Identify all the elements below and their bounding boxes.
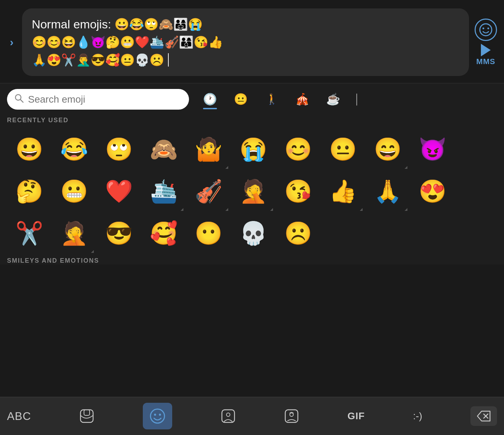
svg-line-4 bbox=[20, 99, 23, 102]
keyboard-sticker-button[interactable] bbox=[79, 408, 94, 424]
emoji-devil[interactable]: 😈 bbox=[410, 128, 455, 170]
emoji-grinning[interactable]: 😀 bbox=[7, 128, 52, 170]
keyboard-bar: ABC GIF :-) bbox=[0, 397, 504, 435]
search-bar bbox=[7, 89, 189, 110]
emoji-facepalm[interactable]: 🤦 bbox=[231, 170, 276, 212]
emoji-facepalm2[interactable]: 🤦 bbox=[52, 212, 97, 254]
message-area: › Normal emojis: 😀😂🙄🙈👨‍👩‍👧😭😊😊😆💧😈🤔😬❤️🛳️🎻👨… bbox=[0, 0, 504, 83]
message-bubble[interactable]: Normal emojis: 😀😂🙄🙈👨‍👩‍👧😭😊😊😆💧😈🤔😬❤️🛳️🎻👨‍👩… bbox=[22, 8, 469, 76]
keyboard-abc-button[interactable]: ABC bbox=[7, 410, 31, 423]
keyboard-emoji-button[interactable] bbox=[143, 403, 172, 429]
emoji-sad[interactable]: ☹️ bbox=[276, 212, 321, 254]
svg-point-0 bbox=[480, 24, 492, 36]
tab-underline-objects bbox=[326, 108, 340, 109]
emoji-thumbsup[interactable]: 👍 bbox=[321, 170, 365, 212]
smileys-icon: 😐 bbox=[234, 92, 248, 106]
people-icon: 🚶 bbox=[265, 93, 278, 105]
tab-people[interactable]: 🚶 bbox=[256, 90, 287, 109]
memoji-icon bbox=[284, 408, 299, 424]
search-icon bbox=[14, 93, 24, 105]
message-text: Normal emojis: 😀😂🙄🙈👨‍👩‍👧😭😊😊😆💧😈🤔😬❤️🛳️🎻👨‍👩… bbox=[32, 18, 223, 67]
tab-objects[interactable]: ☕ bbox=[318, 90, 349, 109]
message-actions: MMS bbox=[475, 19, 497, 66]
emoji-expressionless[interactable]: 😶 bbox=[186, 212, 231, 254]
emoji-crying[interactable]: 😭 bbox=[231, 128, 276, 170]
category-tabs: 🕐 😐 🚶 🎪 ☕ │ bbox=[195, 90, 497, 109]
keyboard-backspace-button[interactable] bbox=[470, 406, 497, 426]
emoji-heart-eyes[interactable]: 😍 bbox=[410, 170, 455, 212]
emoji-eyeroll[interactable]: 🙄 bbox=[97, 128, 141, 170]
emoji-body: RECENTLY USED 😀 😂 🙄 🙈 🤷 😭 😊 😐 😄 😈 🤔 😬 ❤️… bbox=[0, 110, 504, 264]
recent-icon: 🕐 bbox=[203, 92, 217, 106]
mms-button[interactable]: MMS bbox=[476, 44, 495, 66]
sticker-icon bbox=[79, 408, 94, 424]
tab-activities[interactable]: 🎪 bbox=[287, 90, 318, 109]
mms-triangle-icon bbox=[481, 44, 491, 56]
svg-point-13 bbox=[290, 413, 293, 416]
svg-rect-5 bbox=[80, 410, 93, 422]
tab-underline-recent bbox=[203, 108, 217, 109]
emoji-violin[interactable]: 🎻 bbox=[186, 170, 231, 212]
activities-icon: 🎪 bbox=[295, 92, 309, 106]
emoji-thinking[interactable]: 🤔 bbox=[7, 170, 52, 212]
emoji-smiling-hearts[interactable]: 🥰 bbox=[141, 212, 186, 254]
gif-label: GIF bbox=[348, 410, 365, 422]
tab-underline-people bbox=[265, 107, 279, 109]
emoji-face-button[interactable] bbox=[475, 19, 497, 41]
tab-smileys[interactable]: 😐 bbox=[225, 90, 256, 109]
recent-emoji-grid: 😀 😂 🙄 🙈 🤷 😭 😊 😐 😄 😈 🤔 😬 ❤️ 🛳️ 🎻 🤦 😘 👍 🙏 … bbox=[7, 128, 497, 254]
emoji-smile[interactable]: 😊 bbox=[276, 128, 321, 170]
svg-point-7 bbox=[150, 409, 164, 423]
emoji-shrug[interactable]: 🤷 bbox=[186, 128, 231, 170]
search-area: 🕐 😐 🚶 🎪 ☕ │ bbox=[0, 83, 504, 110]
objects-icon: ☕ bbox=[326, 92, 340, 106]
keyboard-memoji-button[interactable] bbox=[284, 408, 299, 424]
recently-used-label: RECENTLY USED bbox=[7, 117, 497, 124]
emoji-grimace[interactable]: 😬 bbox=[52, 170, 97, 212]
keyboard-emoticon-button[interactable]: :-) bbox=[413, 410, 422, 422]
keyboard-bitmoji-button[interactable] bbox=[220, 408, 236, 424]
back-button[interactable]: › bbox=[7, 33, 16, 51]
emoji-ship[interactable]: 🛳️ bbox=[141, 170, 186, 212]
emoji-grin-sweat[interactable]: 😄 bbox=[365, 128, 410, 170]
emoji-heart[interactable]: ❤️ bbox=[97, 170, 141, 212]
tab-underline-smileys bbox=[234, 108, 248, 109]
bitmoji-icon bbox=[220, 408, 236, 424]
svg-point-1 bbox=[483, 27, 484, 29]
backspace-icon bbox=[476, 410, 491, 422]
emoji-joy[interactable]: 😂 bbox=[52, 128, 97, 170]
svg-point-8 bbox=[154, 414, 156, 416]
svg-point-9 bbox=[159, 414, 161, 416]
svg-rect-6 bbox=[84, 410, 90, 415]
svg-point-11 bbox=[226, 413, 230, 416]
emoji-see-no-evil[interactable]: 🙈 bbox=[141, 128, 186, 170]
emoji-pray[interactable]: 🙏 bbox=[365, 170, 410, 212]
more-categories-button[interactable]: │ bbox=[349, 91, 366, 108]
emoji-sunglasses[interactable]: 😎 bbox=[97, 212, 141, 254]
search-input[interactable] bbox=[28, 94, 182, 105]
tab-underline-activities bbox=[295, 108, 309, 109]
tab-recent[interactable]: 🕐 bbox=[195, 90, 225, 109]
emoji-scissors[interactable]: ✂️ bbox=[7, 212, 52, 254]
svg-point-2 bbox=[488, 27, 489, 29]
smileys-emotions-label: SMILEYS AND EMOTIONS bbox=[7, 257, 497, 264]
emoji-keyboard-icon bbox=[149, 408, 166, 424]
emoji-skull[interactable]: 💀 bbox=[231, 212, 276, 254]
mms-label: MMS bbox=[476, 57, 495, 66]
emoji-kiss[interactable]: 😘 bbox=[276, 170, 321, 212]
keyboard-gif-button[interactable]: GIF bbox=[348, 410, 365, 422]
emoticon-label: :-) bbox=[413, 410, 422, 422]
emoji-neutral[interactable]: 😐 bbox=[321, 128, 365, 170]
